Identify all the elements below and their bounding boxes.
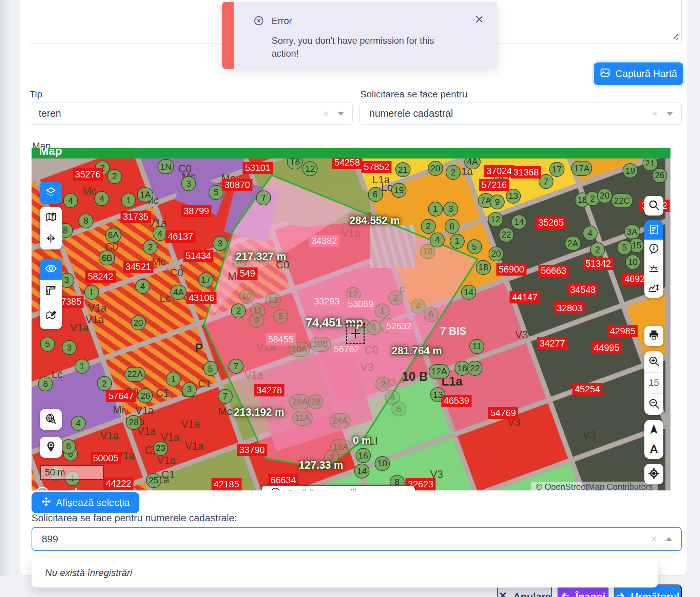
map-marker[interactable]: 13 [266, 293, 281, 308]
labels-toggle-button[interactable]: A [644, 440, 663, 459]
map-marker[interactable]: 8 [78, 213, 93, 228]
map-marker[interactable]: 12 [303, 161, 318, 176]
map-marker[interactable]: 23 [153, 441, 168, 456]
map-marker[interactable]: 4 [94, 191, 109, 206]
map-marker[interactable]: 1A [137, 187, 153, 202]
map-marker[interactable]: 4 [135, 279, 150, 294]
request-select[interactable]: numerele cadastral × [359, 102, 682, 125]
map-marker[interactable]: 10 [375, 456, 390, 471]
map-marker[interactable]: 17 [198, 273, 214, 287]
map-marker[interactable]: 5 [617, 240, 632, 255]
map-marker[interactable]: 2 [375, 377, 390, 392]
map-marker[interactable]: 5 [203, 361, 218, 376]
map-marker[interactable]: 12 [488, 212, 503, 227]
map-marker[interactable]: 3 [181, 176, 196, 191]
map-marker[interactable]: 14 [354, 464, 370, 479]
map-marker[interactable]: 11A [292, 411, 313, 426]
map-marker[interactable]: 1 [375, 303, 390, 318]
map-marker[interactable]: 1 [166, 372, 181, 387]
map-marker[interactable]: 4A [170, 285, 187, 300]
map-marker[interactable]: 22C [611, 193, 633, 208]
map-marker[interactable]: 2 [421, 219, 436, 234]
map-marker[interactable]: 1 [84, 285, 99, 300]
map-marker[interactable]: 1 [428, 202, 443, 217]
map-marker[interactable]: 5 [467, 239, 482, 254]
chevron-up-icon[interactable] [665, 537, 672, 541]
map-marker[interactable]: 11 [469, 339, 484, 354]
clear-geometries-button[interactable]: Curăță geometriile temporare [261, 485, 415, 490]
tip-select[interactable]: teren × [29, 102, 353, 125]
map-marker[interactable]: 1N [157, 159, 174, 174]
chevron-down-icon[interactable] [337, 112, 344, 116]
mapbox-logo[interactable]: m mapbox [36, 486, 95, 490]
map-marker[interactable]: 12A [429, 364, 450, 379]
map-marker[interactable]: 4 [63, 193, 78, 208]
map-marker[interactable]: 14 [511, 214, 527, 229]
map-marker[interactable]: 1 [75, 359, 90, 374]
elevation-profile-button[interactable] [644, 278, 663, 298]
map-marker[interactable]: 4 [430, 232, 445, 247]
resize-handle-icon[interactable] [672, 34, 679, 41]
map-marker[interactable]: 5 [273, 309, 288, 324]
location-pin-button[interactable] [40, 437, 62, 458]
map-marker[interactable]: 9 [249, 313, 264, 328]
map-marker[interactable]: 2 [231, 303, 246, 318]
map-marker[interactable]: 1 [121, 193, 136, 208]
map-marker[interactable]: 26 [138, 388, 153, 403]
clear-icon[interactable]: × [323, 108, 329, 119]
map-canvas[interactable]: 3527653101308705425857852370243136857216… [32, 158, 670, 490]
sun-horizon-button[interactable] [644, 259, 663, 278]
zoom-out-button[interactable] [644, 394, 663, 415]
map-marker[interactable]: 2 [446, 165, 461, 180]
map-marker[interactable]: 7 [218, 389, 233, 404]
map-marker[interactable]: 2 [97, 376, 112, 391]
map-marker[interactable]: 1 [450, 234, 465, 249]
map-marker[interactable]: 28A [289, 394, 310, 409]
show-selection-button[interactable]: Afișează selecția [32, 492, 139, 513]
map-marker[interactable]: 3 [62, 340, 77, 355]
map-marker[interactable]: 4 [71, 416, 86, 431]
measure-button[interactable] [40, 280, 62, 303]
visibility-button[interactable] [40, 259, 62, 280]
map-style-button[interactable] [40, 207, 62, 228]
map-marker[interactable]: 5 [209, 185, 223, 200]
map-marker[interactable]: 16 [355, 448, 371, 463]
map-marker[interactable]: 18 [476, 260, 491, 275]
map-marker[interactable]: 26 [652, 168, 667, 183]
map-marker[interactable]: 17A [571, 161, 592, 176]
cadastral-numbers-input[interactable]: 899 × [32, 527, 682, 551]
map-marker[interactable]: 6 [424, 307, 439, 322]
map-marker[interactable]: 6 [445, 219, 460, 234]
zoom-in-button[interactable] [644, 351, 663, 372]
map-marker[interactable]: 6 [61, 439, 76, 454]
map-marker[interactable]: 4 [411, 299, 426, 314]
map-marker[interactable]: 7 [256, 190, 271, 205]
map-marker[interactable]: 20 [488, 246, 504, 261]
map-marker[interactable]: 7 [229, 359, 244, 374]
map-marker[interactable]: 22 [499, 227, 514, 242]
map-marker[interactable]: 3 [213, 236, 228, 251]
map-marker[interactable]: 20 [131, 315, 146, 330]
map-marker[interactable]: 24A [330, 413, 351, 428]
map-marker[interactable]: 20 [597, 188, 612, 203]
map-marker[interactable]: 17 [549, 162, 564, 177]
map-marker[interactable]: 2 [143, 240, 158, 255]
map-marker[interactable]: 10 [625, 255, 640, 269]
map-marker[interactable]: 3 [182, 382, 197, 397]
geo-search-button[interactable] [40, 409, 62, 430]
map-marker[interactable]: 6 [368, 187, 383, 202]
report-button[interactable] [644, 220, 663, 240]
map-marker[interactable]: 10 [239, 289, 254, 304]
draw-edit-button[interactable] [40, 303, 62, 329]
map-marker[interactable]: 4 [583, 226, 598, 241]
map-marker[interactable]: 18 [420, 244, 435, 259]
locate-button[interactable] [644, 464, 663, 484]
map-marker[interactable]: 28 [308, 394, 324, 409]
map-marker[interactable]: 22A [124, 367, 145, 382]
map-marker[interactable]: 19 [623, 163, 638, 178]
map-marker[interactable]: 20 [428, 161, 443, 176]
map-marker[interactable]: 6B [99, 250, 115, 265]
map-marker[interactable]: 28 [126, 415, 141, 430]
map-marker[interactable]: 25 [146, 473, 161, 488]
print-button[interactable] [644, 326, 663, 346]
